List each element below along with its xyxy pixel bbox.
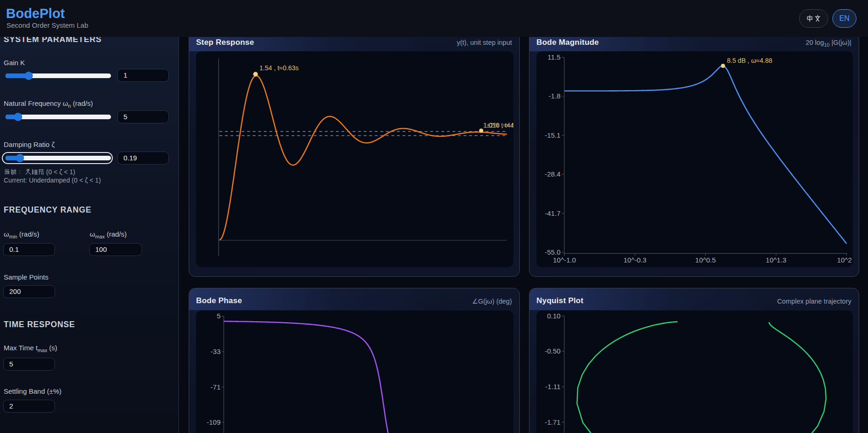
svg-text:-41.7: -41.7 [545, 209, 560, 217]
svg-text:0.10: 0.10 [547, 312, 560, 320]
svg-text:11.5: 11.5 [548, 53, 560, 61]
svg-text:1.010 , t≈4: 1.010 , t≈4 [483, 122, 513, 129]
svg-text:10^0.5: 10^0.5 [695, 256, 716, 264]
svg-text:-71: -71 [210, 383, 221, 391]
svg-text:10^2: 10^2 [837, 256, 852, 264]
svg-text:10^-0.3: 10^-0.3 [623, 256, 646, 264]
svg-text:-15.1: -15.1 [545, 131, 560, 139]
svg-text:10^-1.0: 10^-1.0 [553, 256, 576, 264]
svg-text:-1.71: -1.71 [545, 418, 560, 426]
svg-text:1.54 , t≈0.63s: 1.54 , t≈0.63s [259, 64, 299, 72]
svg-text:-1.11: -1.11 [545, 383, 560, 390]
svg-text:-28.4: -28.4 [545, 170, 560, 178]
svg-text:-109: -109 [207, 418, 221, 426]
svg-text:-1.8: -1.8 [548, 92, 560, 100]
svg-text:8.5 dB , ω≈4.88: 8.5 dB , ω≈4.88 [727, 57, 772, 64]
svg-text:-0.50: -0.50 [545, 347, 560, 355]
svg-text:10^1.3: 10^1.3 [766, 256, 787, 264]
svg-text:-33: -33 [210, 348, 221, 355]
svg-text:-55.0: -55.0 [545, 248, 560, 256]
svg-text:5: 5 [217, 312, 221, 320]
